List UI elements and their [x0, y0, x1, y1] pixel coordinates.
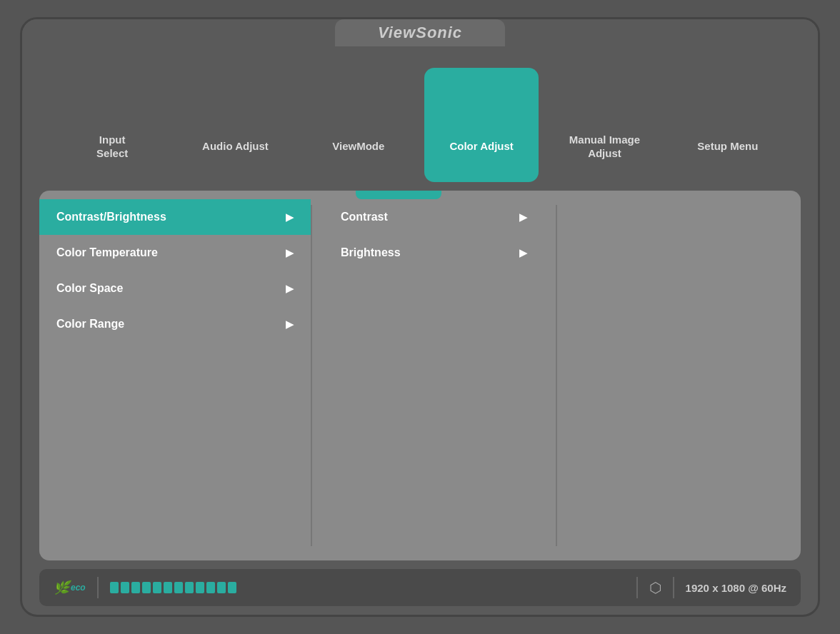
status-bar: 🌿 eco ⬡ 1920 x 1080 @ 60Hz [39, 569, 801, 606]
status-divider-1 [97, 577, 99, 598]
seg-1 [110, 582, 119, 593]
eco-logo: 🌿 eco [54, 580, 86, 595]
status-resolution: 1920 x 1080 @ 60Hz [686, 582, 786, 594]
progress-segments [110, 582, 236, 593]
nav-label-audio-adjust: Audio Adjust [202, 139, 269, 154]
external-link-icon: ⬡ [649, 579, 661, 596]
nav-bar: InputSelect Audio Adjust [22, 48, 818, 191]
left-panel: Contrast/Brightness ▶ Color Temperature … [39, 191, 311, 560]
seg-2 [121, 582, 129, 593]
status-divider-2 [636, 577, 638, 598]
nav-label-viewmode: ViewMode [332, 139, 384, 154]
arrow-icon: ▶ [519, 211, 527, 223]
content-area: Contrast/Brightness ▶ Color Temperature … [39, 191, 801, 560]
seg-12 [228, 582, 236, 593]
status-divider-3 [673, 577, 674, 598]
seg-5 [153, 582, 161, 593]
nav-label-color-adjust: Color Adjust [449, 139, 513, 154]
sub-item-contrast[interactable]: Contrast ▶ [312, 199, 556, 235]
sub-item-brightness[interactable]: Brightness ▶ [312, 235, 556, 271]
seg-9 [196, 582, 204, 593]
brand-name: ViewSonic [378, 24, 462, 41]
nav-item-color-adjust[interactable]: Color Adjust [424, 68, 539, 182]
eco-label: eco [71, 583, 86, 593]
brand-tab: ViewSonic [335, 19, 505, 46]
nav-item-input-select[interactable]: InputSelect [55, 68, 169, 182]
menu-item-contrast-brightness[interactable]: Contrast/Brightness ▶ [39, 199, 311, 235]
seg-7 [174, 582, 183, 593]
nav-item-setup-menu[interactable]: Setup Menu [671, 68, 785, 182]
nav-label-manual-image-adjust: Manual ImageAdjust [569, 133, 640, 161]
middle-panel: Contrast ▶ Brightness ▶ [312, 191, 556, 560]
arrow-icon: ▶ [286, 211, 294, 223]
menu-item-color-temperature[interactable]: Color Temperature ▶ [39, 235, 311, 271]
eco-leaf-icon: 🌿 [54, 580, 69, 595]
nav-item-manual-image-adjust[interactable]: Manual ImageAdjust [547, 68, 661, 182]
menu-item-color-space[interactable]: Color Space ▶ [39, 271, 311, 306]
menu-item-color-range[interactable]: Color Range ▶ [39, 306, 311, 342]
seg-11 [217, 582, 226, 593]
arrow-icon: ▶ [286, 247, 294, 258]
seg-10 [206, 582, 215, 593]
seg-8 [185, 582, 194, 593]
seg-4 [142, 582, 151, 593]
nav-label-input-select: InputSelect [96, 133, 128, 161]
arrow-icon: ▶ [286, 318, 294, 330]
nav-item-audio-adjust[interactable]: Audio Adjust [178, 68, 292, 182]
nav-item-viewmode[interactable]: ViewMode [301, 68, 416, 182]
monitor-frame: ViewSonic Input [20, 17, 820, 617]
arrow-icon: ▶ [519, 247, 527, 258]
seg-6 [164, 582, 172, 593]
nav-label-setup-menu: Setup Menu [697, 139, 758, 154]
brand-bar: ViewSonic [22, 19, 818, 48]
arrow-icon: ▶ [286, 283, 294, 294]
right-panel [557, 191, 801, 560]
seg-3 [131, 582, 140, 593]
progress-bar-container [110, 582, 625, 593]
